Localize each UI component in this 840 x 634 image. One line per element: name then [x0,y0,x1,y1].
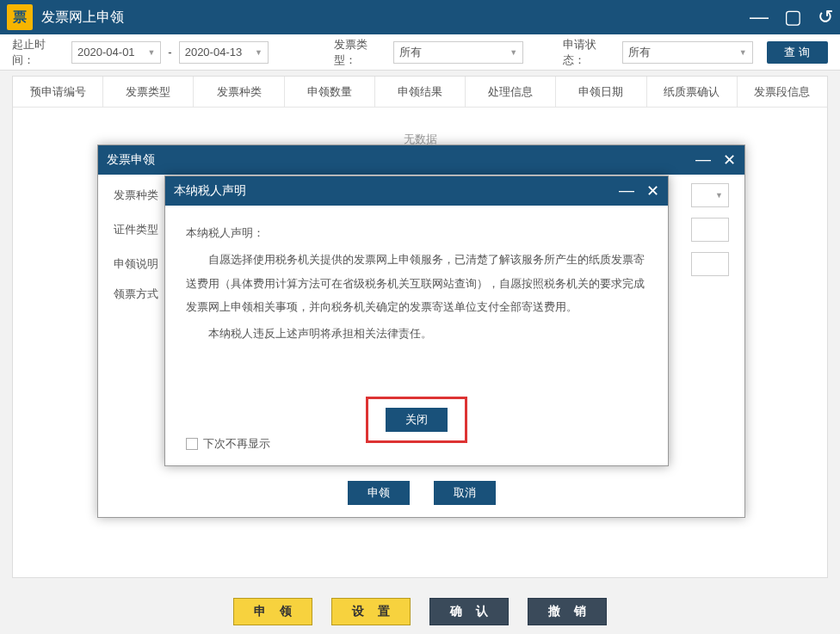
th-invoice-kind: 发票种类 [194,77,284,107]
declaration-close-button[interactable]: 关闭 [386,408,448,432]
declaration-paragraph-2: 本纳税人违反上述声明将承担相关法律责任。 [186,322,647,345]
minimize-icon[interactable]: — [695,151,711,169]
date-from-value: 2020-04-01 [77,46,135,58]
minimize-icon[interactable]: — [750,6,769,28]
invoice-type-select[interactable]: 所有 ▼ [393,41,523,64]
apply-status-select[interactable]: 所有 ▼ [622,41,752,64]
filter-bar: 起止时间： 2020-04-01 ▼ - 2020-04-13 ▼ 发票类型： … [0,34,840,71]
chevron-down-icon: ▼ [739,48,747,57]
date-to-value: 2020-04-13 [185,46,243,58]
extra-select[interactable]: ▼ [691,183,729,207]
dialog-cancel-button[interactable]: 取消 [434,481,496,505]
table-header-row: 预申请编号 发票类型 发票种类 申领数量 申领结果 处理信息 申领日期 纸质票确… [13,77,827,108]
apply-dialog-titlebar: 发票申领 — ✕ [98,145,744,175]
checkbox-icon [186,438,198,450]
invoice-type-label: 发票类型： [334,37,386,68]
th-invoice-type: 发票类型 [103,77,194,107]
dont-show-again-label: 下次不再显示 [203,436,270,452]
date-to-input[interactable]: 2020-04-13 ▼ [179,41,269,64]
th-apply-qty: 申领数量 [285,77,375,107]
back-icon[interactable]: ↺ [818,6,833,28]
apply-desc-label: 申领说明 [114,256,172,272]
invoice-kind-label: 发票种类 [114,188,172,203]
th-paper-confirm: 纸质票确认 [647,77,738,107]
receive-method-label: 领票方式 [114,286,172,302]
revoke-button[interactable]: 撤 销 [528,598,607,625]
date-range-label: 起止时间： [12,37,65,68]
chevron-down-icon: ▼ [255,48,262,57]
apply-status-label: 申请状态： [563,37,615,68]
th-apply-date: 申领日期 [556,77,646,107]
th-segment-info: 发票段信息 [738,77,827,107]
window-title: 发票网上申领 [41,9,750,27]
app-logo: 票 [7,4,33,30]
apply-button[interactable]: 申 领 [233,598,312,625]
close-icon[interactable]: ✕ [646,182,659,200]
chevron-down-icon: ▼ [147,48,155,57]
th-apply-result: 申领结果 [375,77,466,107]
date-from-input[interactable]: 2020-04-01 ▼ [71,41,161,64]
dont-show-again-checkbox[interactable]: 下次不再显示 [186,436,270,452]
declaration-dialog-titlebar: 本纳税人声明 — ✕ [165,176,668,206]
declaration-dialog-title: 本纳税人声明 [174,183,246,199]
chevron-down-icon: ▼ [510,48,517,57]
confirm-button[interactable]: 确 认 [429,598,509,625]
apply-status-value: 所有 [628,45,651,60]
bottom-toolbar: 申 领 设 置 确 认 撤 销 [0,598,840,625]
invoice-type-value: 所有 [399,45,422,60]
title-bar: 票 发票网上申领 — ▢ ↺ [0,0,840,34]
declaration-dialog: 本纳税人声明 — ✕ 本纳税人声明： 自愿选择使用税务机关提供的发票网上申领服务… [164,175,669,466]
close-highlight-frame: 关闭 [366,397,467,443]
th-pre-apply-no: 预申请编号 [13,77,103,107]
extra-input[interactable] [691,218,729,242]
settings-button[interactable]: 设 置 [331,598,411,625]
apply-dialog-title: 发票申领 [107,152,155,168]
th-process-info: 处理信息 [466,77,556,107]
minimize-icon[interactable]: — [619,182,634,200]
declaration-heading: 本纳税人声明： [186,221,647,244]
declaration-paragraph-1: 自愿选择使用税务机关提供的发票网上申领服务，已清楚了解该服务所产生的纸质发票寄送… [186,248,647,318]
dialog-apply-button[interactable]: 申领 [348,481,410,505]
maximize-icon[interactable]: ▢ [784,6,802,28]
id-type-label: 证件类型 [114,222,172,237]
close-icon[interactable]: ✕ [723,151,736,169]
chevron-down-icon: ▼ [715,191,723,200]
extra-input-2[interactable] [691,252,729,276]
query-button[interactable]: 查 询 [767,41,828,64]
